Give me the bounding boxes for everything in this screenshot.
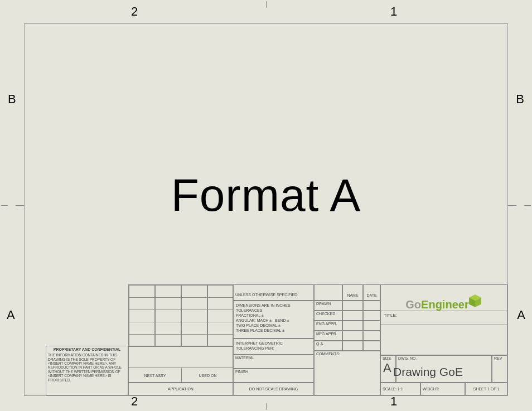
finish-cell: FINISH [233,369,314,383]
ruler-left-b: B [8,92,16,107]
interpret-cell: INTERPRET GEOMETRIC TOLERANCING PER: [233,339,314,355]
tick-top-center [266,1,267,8]
ruler-bottom-1: 1 [390,394,397,409]
ruler-top-1: 1 [390,4,397,19]
dwg-no-cell: DWG. NO. Drawing GoE [396,355,492,383]
weight-cell: WEIGHT: [420,383,465,395]
revision-grid: NEXT ASSY USED ON [128,284,233,383]
logo-text-go: Go [405,298,421,311]
ruler-bottom-2: 2 [131,394,138,409]
tick-right-center [524,205,531,206]
unless-cell: UNLESS OTHERWISE SPECIFIED: [233,284,314,301]
proprietary-title: PROPRIETARY AND CONFIDENTIAL [48,347,126,352]
logo-text-engineer: Engineer [421,298,469,311]
sheet-cell: SHEET 1 OF 1 [465,383,507,395]
rev-cell: REV [492,355,507,383]
material-cell: MATERIAL [233,355,314,369]
used-on-label: USED ON [181,368,234,383]
tolerances-cell: DIMENSIONS ARE IN INCHES TOLERANCES: FRA… [233,301,314,339]
cube-icon [468,294,482,308]
ruler-top-2: 2 [131,4,138,19]
do-not-scale-cell: DO NOT SCALE DRAWING [233,383,314,395]
scale-cell: SCALE: 1:1 [380,383,420,395]
ruler-right-a: A [517,308,525,322]
center-title: Format A [171,169,361,221]
title-cell: TITLE: [380,311,507,355]
next-assy-label: NEXT ASSY [129,368,181,383]
proprietary-box: PROPRIETARY AND CONFIDENTIAL THE INFORMA… [46,346,128,395]
ruler-right-b: B [516,92,524,107]
tick-left-center [1,205,8,206]
application-label: APPLICATION [128,383,233,395]
ruler-left-a: A [7,308,15,322]
tick-bottom-center [266,403,267,410]
sheet-border: Format A NEXT ASSY USED ON APPLICATION U… [24,23,508,396]
proprietary-body: THE INFORMATION CONTAINED IN THIS DRAWIN… [48,353,126,382]
signatures-column: NAME DATE DRAWN CHECKED ENG APPR. MFG AP… [314,284,380,395]
title-block: NEXT ASSY USED ON APPLICATION UNLESS OTH… [128,284,507,395]
